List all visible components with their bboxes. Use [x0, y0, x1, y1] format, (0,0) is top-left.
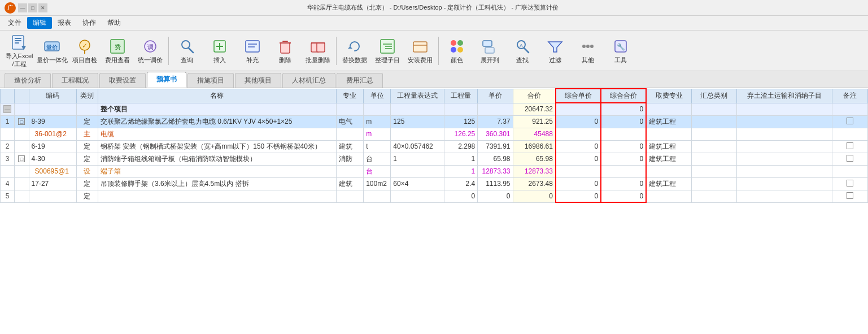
tab-feiyong-huizong[interactable]: 费用汇总	[337, 73, 383, 88]
row2-zonghe-danjia: 0	[556, 140, 601, 153]
row3-checkbox[interactable]	[847, 155, 853, 162]
row4-gongchengliang: 2.4	[444, 177, 478, 190]
toolbar-install-fee[interactable]: 安装费用	[404, 33, 436, 69]
expand-btn-3[interactable]: □	[18, 155, 25, 162]
eq1-mingcheng: 端子箱	[98, 165, 336, 177]
svg-rect-19	[246, 41, 259, 52]
other-icon	[579, 37, 597, 55]
minimize-button[interactable]: —	[18, 3, 27, 12]
table-row-material[interactable]: 36-001@2 主 电缆 m 126.25 360.301 45488	[1, 128, 868, 140]
row5-zonghe-hejia: 0	[601, 190, 646, 202]
toolbar-tools[interactable]: 🔧 工具	[605, 33, 636, 69]
svg-rect-2	[15, 40, 21, 41]
total-zonghe-hejia: 0	[601, 103, 646, 115]
svg-text:🔧: 🔧	[617, 42, 625, 51]
total-leibie	[76, 103, 98, 115]
tab-qufei-shezhi[interactable]: 取费设置	[99, 73, 146, 88]
window-controls[interactable]: — □ ✕	[18, 3, 47, 12]
table-row[interactable]: 5 定 0 0 0 0 0	[1, 190, 868, 202]
row5-checkbox[interactable]	[847, 192, 853, 199]
total-minus[interactable]: —	[1, 103, 15, 115]
toolbar-organize-child[interactable]: 整理子目	[372, 33, 403, 69]
svg-text:A: A	[520, 43, 523, 48]
row2-zhuanye: 建筑	[336, 140, 364, 153]
minus-icon[interactable]: —	[3, 105, 11, 113]
total-zonghe-danjia	[556, 103, 601, 115]
menu-edit[interactable]: 编辑	[27, 17, 52, 29]
row2-qitu	[736, 140, 832, 153]
total-danjia	[478, 103, 513, 115]
row4-danjia: 1113.95	[478, 177, 513, 190]
toolbar-project-check[interactable]: ✓ 项目自检	[69, 33, 101, 69]
toolbar-fee-check[interactable]: 费 费用查看	[102, 33, 133, 69]
table-row[interactable]: 3 □ 4-30 定 消防端子箱组线箱端子板（电箱消防联动智能模块） 消防 台 …	[1, 153, 868, 165]
col-header-leibie: 类别	[76, 89, 98, 103]
svg-marker-44	[548, 42, 562, 52]
row3-biaodashi: 1	[391, 153, 444, 165]
tab-rencaiji-huizong[interactable]: 人材机汇总	[282, 73, 335, 88]
row1-expand[interactable]: □	[15, 115, 29, 128]
row4-checkbox[interactable]	[847, 180, 853, 186]
row4-danwei: 100m2	[364, 177, 391, 190]
close-button[interactable]: ✕	[38, 3, 47, 12]
col-header-zonghe-danjia: 综合单价	[556, 89, 601, 103]
row1-danjia: 7.37	[478, 115, 513, 128]
eq1-beizhu	[832, 165, 867, 177]
col-header-bianhao: 编码	[29, 89, 76, 103]
query-icon	[178, 37, 196, 55]
menu-file[interactable]: 文件	[2, 17, 27, 29]
toolbar-tools-label: 工具	[614, 57, 627, 64]
svg-point-47	[590, 45, 594, 48]
svg-point-46	[586, 45, 590, 48]
toolbar-organize-child-label: 整理子目	[375, 57, 400, 64]
svg-line-42	[524, 48, 529, 53]
toolbar-supplement[interactable]: 补充	[237, 33, 268, 69]
toolbar-insert[interactable]: 插入	[204, 33, 235, 69]
budget-table: 编码 类别 名称 专业 单位 工程量表达式 工程量 单价 合价 综合单价 综合合…	[0, 88, 868, 203]
toolbar-other[interactable]: 其他	[572, 33, 604, 69]
tab-yusuan-shu[interactable]: 预算书	[147, 72, 186, 88]
row3-bianhao: 4-30	[29, 153, 76, 165]
toolbar-filter[interactable]: 过滤	[539, 33, 571, 69]
menu-help[interactable]: 帮助	[102, 17, 127, 29]
tab-zaojia-fenxi[interactable]: 造价分析	[5, 73, 51, 88]
toolbar-expand-to[interactable]: 展开到	[474, 33, 505, 69]
toolbar-delete[interactable]: 删除	[269, 33, 301, 69]
menu-report[interactable]: 报表	[52, 17, 77, 29]
row1-beizhu	[832, 115, 867, 128]
row1-hejia: 921.25	[513, 115, 556, 128]
menu-collab[interactable]: 协作	[77, 17, 102, 29]
toolbar-query[interactable]: 查询	[171, 33, 203, 69]
tab-gongcheng-gaikuang[interactable]: 工程概况	[52, 73, 98, 88]
total-hejia: 20647.32	[513, 103, 556, 115]
toolbar-sep-1	[168, 37, 169, 65]
table-row[interactable]: 1 □ 8-39 定 交联聚乙烯绝缘聚氯乙烯护套电力电缆 0.6/1KV YJV…	[1, 115, 868, 128]
toolbar-unified-adjust[interactable]: 调 统一调价	[134, 33, 166, 69]
mat1-zonghe-hejia	[601, 128, 646, 140]
maximize-button[interactable]: □	[28, 3, 37, 12]
mat1-gongchengliang: 126.25	[444, 128, 478, 140]
mat1-indent	[15, 128, 29, 140]
table-row[interactable]: 2 6-19 定 钢桥架 安装（钢制槽式桥架安装（宽+高mm以下）150 不锈钢…	[1, 140, 868, 153]
expand-btn[interactable]: □	[18, 118, 25, 125]
toolbar-replace-data[interactable]: 替换数据	[339, 33, 370, 69]
toolbar-liangjia[interactable]: 量价 量价一体化	[36, 33, 68, 69]
eq1-gongchengliang: 1	[444, 165, 478, 177]
row2-huizong	[691, 140, 736, 153]
menu-bar: 文件 编辑 报表 协作 帮助	[0, 16, 868, 31]
table-row[interactable]: 4 17-27 定 吊顶装修脚手架（3.6米以上）层高4.5m以内 搭拆 建筑 …	[1, 177, 868, 190]
toolbar-import-excel[interactable]: 导入Excel/工程	[3, 33, 35, 69]
row3-expand[interactable]: □	[15, 153, 29, 165]
toolbar-find[interactable]: A 查找	[507, 33, 538, 69]
eq1-num	[1, 165, 15, 177]
row1-checkbox[interactable]	[847, 118, 853, 124]
tab-cuoshi-xiangmu[interactable]: 措施项目	[187, 73, 234, 88]
table-row-equipment[interactable]: S00695@1 设 端子箱 台 1 12873.33 12873.33	[1, 165, 868, 177]
col-header-qitu-yusuan: 弃土渣土运输和消纳子目	[736, 89, 832, 103]
toolbar-batch-delete[interactable]: 批量删除	[302, 33, 334, 69]
row2-checkbox[interactable]	[847, 142, 853, 149]
table-row-total: — 整个项目 20647.32 0	[1, 103, 868, 115]
toolbar-color[interactable]: 颜色	[441, 33, 473, 69]
total-expand	[15, 103, 29, 115]
tab-qita-xiangmu[interactable]: 其他项目	[235, 73, 281, 88]
